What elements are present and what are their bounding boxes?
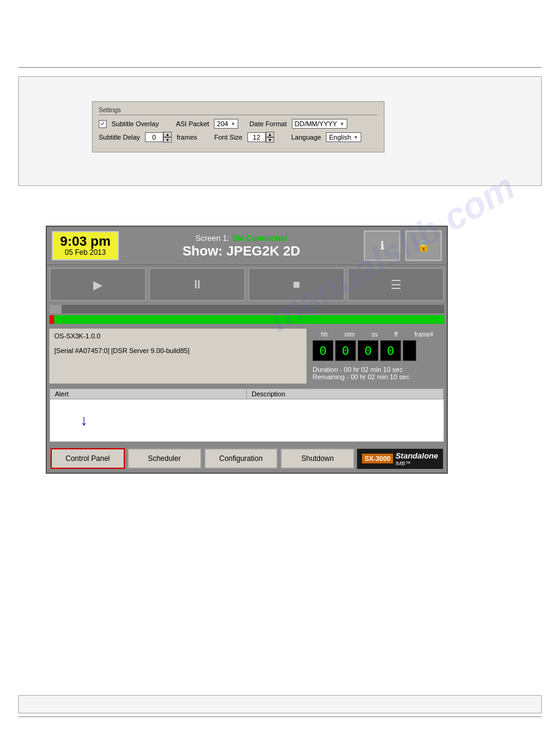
- language-value: English: [329, 134, 351, 141]
- transport-bar: ▶ ⏸ ■ ☰: [47, 265, 447, 304]
- progress-section: [47, 304, 447, 326]
- time-labels-row: hh mm ss ff frame#: [313, 331, 442, 338]
- subtitle-delay-input[interactable]: [145, 132, 163, 142]
- time-display: 9:03 pm: [59, 235, 112, 248]
- pause-button[interactable]: ⏸: [149, 268, 246, 301]
- position-bar[interactable]: [49, 305, 444, 313]
- position-indicator: [49, 305, 62, 313]
- language-arrow: ▼: [353, 135, 358, 140]
- scheduler-button[interactable]: Scheduler: [127, 448, 202, 469]
- playback-progress-bar: [49, 315, 444, 324]
- brand-standalone: Standalone: [395, 451, 438, 460]
- duration-label: Duration: [313, 366, 338, 373]
- subtitle-delay-label: Subtitle Delay: [99, 134, 140, 141]
- screen-label: Screen 1:: [196, 234, 230, 243]
- settings-row-1: ✓ Subtitle Overlay ASI Packet 204 ▼ Date…: [99, 119, 378, 129]
- font-size-down[interactable]: ▼: [266, 137, 274, 143]
- play-button[interactable]: ▶: [49, 268, 146, 301]
- remaining-line: Remaining - 00 hr 02 min 10 sec: [313, 373, 442, 380]
- date-format-arrow: ▼: [339, 121, 344, 127]
- font-size-up[interactable]: ▲: [266, 132, 274, 137]
- duration-value: - 00 hr 02 min 10 sec: [340, 366, 403, 373]
- bottom-divider: [18, 716, 542, 717]
- bottom-box: [18, 695, 542, 713]
- ss-digit: 0: [358, 340, 378, 361]
- time-digits-row: 0 0 0 0: [313, 340, 442, 361]
- settings-outer-box: Settings ✓ Subtitle Overlay ASI Packet 2…: [18, 76, 542, 186]
- font-size-label: Font Size: [214, 134, 243, 141]
- settings-panel: Settings ✓ Subtitle Overlay ASI Packet 2…: [92, 101, 385, 152]
- ff-digit: 0: [380, 340, 401, 361]
- time-box: 9:03 pm 05 Feb 2013: [52, 231, 119, 260]
- mm-digit: 0: [335, 340, 356, 361]
- subtitle-overlay-checkbox[interactable]: ✓: [99, 120, 107, 128]
- subtitle-delay-unit: frames: [177, 134, 197, 141]
- font-size-input[interactable]: [247, 132, 266, 142]
- settings-title: Settings: [99, 107, 378, 115]
- playback-start-indicator: [49, 315, 54, 324]
- alert-body: ↓: [49, 399, 444, 442]
- asi-packet-label: ASI Packet: [176, 120, 209, 127]
- asi-packet-value: 204: [217, 120, 228, 127]
- connection-status: SM Connected: [232, 234, 287, 243]
- remaining-label: Remaining: [313, 373, 345, 380]
- subtitle-delay-down[interactable]: ▼: [163, 137, 172, 143]
- stop-button[interactable]: ■: [248, 268, 345, 301]
- duration-line: Duration - 00 hr 02 min 10 sec: [313, 366, 442, 373]
- font-size-spinner[interactable]: ▲ ▼: [247, 132, 274, 143]
- frame-label: frame#: [414, 331, 433, 338]
- alert-arrow-icon: ↓: [80, 412, 88, 429]
- configuration-button[interactable]: Configuration: [204, 448, 278, 469]
- show-label: Show: JPEG2K 2D: [124, 243, 359, 259]
- subtitle-delay-spinner-btns: ▲ ▼: [163, 132, 172, 143]
- language-label: Language: [291, 134, 321, 141]
- control-panel-button[interactable]: Control Panel: [51, 448, 125, 469]
- mm-label: mm: [344, 331, 355, 338]
- screen-connection-label: Screen 1: SM Connected: [124, 232, 359, 243]
- asi-packet-dropdown[interactable]: 204 ▼: [214, 119, 238, 129]
- playlist-icon: ☰: [391, 277, 402, 292]
- subtitle-delay-up[interactable]: ▲: [163, 132, 172, 137]
- date-format-dropdown[interactable]: DD/MM/YYYY ▼: [292, 119, 348, 129]
- info-icon: ℹ: [380, 239, 385, 252]
- subtitle-delay-spinner[interactable]: ▲ ▼: [145, 132, 172, 143]
- top-divider: [18, 67, 542, 68]
- ss-label: ss: [372, 331, 378, 338]
- date-format-value: DD/MM/YYYY: [295, 120, 338, 127]
- playlist-button[interactable]: ☰: [347, 268, 444, 301]
- settings-row-2: Subtitle Delay ▲ ▼ frames Font Size ▲ ▼ …: [99, 132, 378, 143]
- ff-label: ff: [394, 331, 397, 338]
- language-dropdown[interactable]: English ▼: [326, 132, 361, 142]
- system-info-panel: OS-SX3K-1.0.0 [Serial #A07457:0] [DSR Se…: [49, 329, 307, 384]
- lock-button[interactable]: 🔒: [405, 230, 442, 261]
- font-size-spinner-btns: ▲ ▼: [266, 132, 274, 143]
- system-version: OS-SX3K-1.0.0: [54, 332, 302, 340]
- brand-box: SX-3000 Standalone IMB™: [357, 449, 443, 469]
- asi-packet-arrow: ▼: [230, 121, 235, 127]
- hh-digit: 0: [313, 340, 333, 361]
- pause-icon: ⏸: [191, 277, 204, 291]
- date-display: 05 Feb 2013: [59, 248, 112, 257]
- alert-section: Alert Description ↓: [47, 386, 447, 444]
- brand-imb: IMB™: [395, 460, 438, 466]
- nav-bar: Control Panel Scheduler Configuration Sh…: [47, 444, 447, 473]
- lock-icon: 🔒: [417, 239, 430, 252]
- info-button[interactable]: ℹ: [364, 230, 400, 261]
- remaining-value: - 00 hr 02 min 10 sec: [347, 373, 409, 380]
- subtitle-overlay-label: Subtitle Overlay: [112, 120, 159, 127]
- alert-column-header: Alert: [50, 389, 247, 399]
- stop-icon: ■: [292, 277, 300, 291]
- hh-label: hh: [321, 331, 328, 338]
- date-format-label: Date Format: [249, 120, 286, 127]
- duration-info: Duration - 00 hr 02 min 10 sec Remaining…: [313, 366, 442, 380]
- main-panel: 9:03 pm 05 Feb 2013 Screen 1: SM Connect…: [46, 226, 448, 474]
- info-section: OS-SX3K-1.0.0 [Serial #A07457:0] [DSR Se…: [47, 326, 447, 386]
- serial-info: [Serial #A07457:0] [DSR Server 9.00-buil…: [54, 347, 302, 354]
- brand-id: SX-3000: [362, 454, 393, 463]
- header-bar: 9:03 pm 05 Feb 2013 Screen 1: SM Connect…: [47, 227, 447, 265]
- description-column-header: Description: [247, 389, 444, 399]
- brand-name-group: Standalone IMB™: [395, 451, 438, 466]
- shutdown-button[interactable]: Shutdown: [280, 448, 355, 469]
- frame-digit: [403, 340, 416, 361]
- timecode-panel: hh mm ss ff frame# 0 0 0 0 Duration - 00…: [310, 329, 444, 384]
